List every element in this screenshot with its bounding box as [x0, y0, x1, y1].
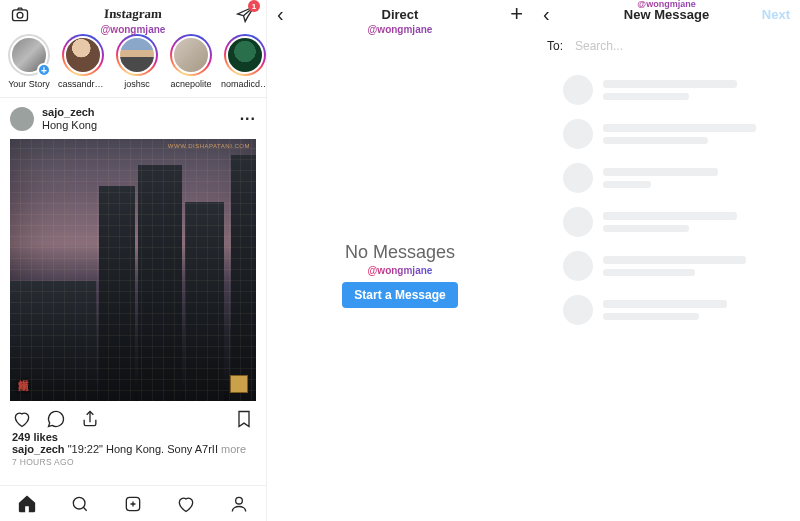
next-button[interactable]: Next: [762, 7, 790, 22]
story-item[interactable]: joshsc: [112, 34, 162, 89]
list-item[interactable]: [563, 200, 794, 244]
stories-tray[interactable]: + Your Story cassandra… joshsc acnepolit…: [0, 28, 266, 98]
direct-pane: ‹ Direct + @wongmjane No Messages @wongm…: [267, 0, 533, 521]
camera-icon[interactable]: [10, 4, 30, 24]
start-message-button[interactable]: Start a Message: [342, 282, 457, 308]
search-input[interactable]: [573, 38, 786, 54]
tab-new-post-icon[interactable]: [123, 494, 143, 514]
story-label: joshsc: [112, 79, 162, 89]
tab-profile-icon[interactable]: [229, 494, 249, 514]
svg-rect-0: [13, 10, 28, 21]
story-label: nomadicd…: [220, 79, 266, 89]
list-item[interactable]: [563, 112, 794, 156]
share-icon[interactable]: [80, 409, 100, 429]
post-more-icon[interactable]: ···: [240, 110, 256, 128]
svg-point-2: [73, 497, 85, 509]
back-icon[interactable]: ‹: [543, 4, 550, 24]
avatar: [563, 295, 593, 325]
svg-point-4: [236, 497, 243, 504]
feed-post: sajo_zech Hong Kong ··· WWW.DISHAPATANI.…: [0, 98, 266, 485]
list-item[interactable]: [563, 156, 794, 200]
compose-icon[interactable]: +: [510, 3, 523, 25]
watermark: @wongmjane: [368, 265, 433, 276]
feed-pane: Instagram 1 @wongmjane + Your Story cass…: [0, 0, 267, 521]
avatar: [563, 207, 593, 237]
direct-icon[interactable]: 1: [236, 4, 256, 24]
story-item[interactable]: cassandra…: [58, 34, 108, 89]
post-timestamp: 7 HOURS AGO: [12, 457, 254, 467]
list-item[interactable]: [563, 244, 794, 288]
suggestions-list: [533, 64, 800, 332]
avatar[interactable]: [10, 107, 34, 131]
comment-icon[interactable]: [46, 409, 66, 429]
list-item[interactable]: [563, 68, 794, 112]
photo-tag-icon: [230, 375, 248, 393]
tab-home-icon[interactable]: [17, 494, 37, 514]
avatar: [563, 251, 593, 281]
post-caption: sajo_zech "19:22" Hong Kong. Sony A7rII …: [12, 443, 254, 455]
story-item[interactable]: nomadicd…: [220, 34, 266, 89]
post-media[interactable]: WWW.DISHAPATANI.COM 銀座商場: [10, 139, 256, 401]
direct-header: ‹ Direct + @wongmjane: [267, 0, 533, 28]
post-username[interactable]: sajo_zech: [42, 106, 97, 119]
post-actions: [0, 401, 266, 431]
to-row: To:: [533, 28, 800, 64]
add-story-icon[interactable]: +: [37, 63, 51, 77]
tab-activity-icon[interactable]: [176, 494, 196, 514]
photo-watermark: WWW.DISHAPATANI.COM: [168, 143, 250, 149]
bookmark-icon[interactable]: [234, 409, 254, 429]
to-label: To:: [547, 39, 563, 53]
avatar: [563, 163, 593, 193]
no-messages-label: No Messages: [345, 242, 455, 263]
avatar: [563, 119, 593, 149]
new-message-header: ‹ New Message Next: [533, 0, 800, 28]
heart-icon[interactable]: [12, 409, 32, 429]
svg-point-1: [17, 12, 23, 18]
dm-badge: 1: [248, 0, 260, 12]
post-header: sajo_zech Hong Kong ···: [0, 102, 266, 135]
back-icon[interactable]: ‹: [277, 4, 284, 24]
bottom-tabbar: [0, 485, 266, 521]
feed-header: Instagram 1 @wongmjane: [0, 0, 266, 28]
story-label: acnepolite: [166, 79, 216, 89]
list-item[interactable]: [563, 288, 794, 332]
story-your-story[interactable]: + Your Story: [4, 34, 54, 89]
new-message-pane: @wongmjane ‹ New Message Next To:: [533, 0, 800, 521]
story-item[interactable]: acnepolite: [166, 34, 216, 89]
post-location[interactable]: Hong Kong: [42, 119, 97, 132]
tab-search-icon[interactable]: [70, 494, 90, 514]
story-label: cassandra…: [58, 79, 108, 89]
caption-more[interactable]: more: [221, 443, 246, 455]
avatar: [563, 75, 593, 105]
likes-count[interactable]: 249 likes: [12, 431, 254, 443]
story-label: Your Story: [4, 79, 54, 89]
